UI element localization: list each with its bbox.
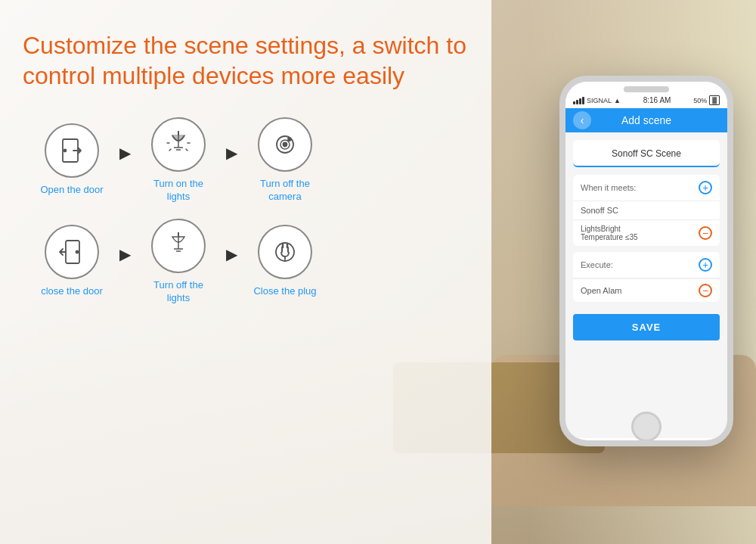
turn-off-camera-label: Turn off thecamera [260,178,310,204]
status-left: SIGNAL ▲ [573,97,621,104]
condition-item: LightsBrightTemperature ≤35 − [573,219,720,246]
turn-off-camera-icon-circle [258,117,312,172]
status-right: 50% ▓ [693,95,720,105]
execute-item: Open Alam − [573,278,720,302]
phone-mockup: SIGNAL ▲ 8:16 AM 50% ▓ ‹ Add scene [559,76,741,446]
signal-icon [573,97,584,104]
camera-icon [270,129,300,160]
execute-card: Execute: + Open Alam − [573,252,720,302]
scene-item-turn-on-lights: Turn on thelights [137,117,220,204]
svg-point-9 [288,138,291,141]
execute-label: Execute: [581,260,613,269]
scene-item-turn-off-camera: Turn off thecamera [243,117,327,204]
headline-line1: Customize the scene settings, a switch t… [23,32,466,59]
scene-item-turn-off-lights: Turn off thelights [137,219,220,305]
app-header: ‹ Add scene [565,108,727,132]
door-enter-icon [57,135,87,166]
close-plug-label: Close the plug [253,285,316,298]
wifi-icon: ▲ [614,97,621,104]
headline: Customize the scene settings, a switch t… [23,30,469,91]
execute-header: Execute: + [573,252,720,278]
condition-remove-button[interactable]: − [699,226,712,240]
svg-point-11 [76,251,79,253]
ceiling-light-off-icon [163,231,194,261]
execute-remove-button[interactable]: − [699,284,712,297]
back-icon: ‹ [581,114,584,126]
when-meets-value: Sonoff SC [573,201,720,219]
home-button[interactable] [631,412,662,442]
scene-item-close-plug: Close the plug [243,225,327,298]
turn-on-lights-label: Turn on thelights [153,178,203,204]
app-content: Sonoff SC Scene When it meets: + Sonoff … [565,132,727,438]
battery-icon: ▓ [709,95,720,105]
plug-icon [270,237,300,267]
signal-bar-3 [579,98,581,104]
signal-bar-4 [582,97,584,104]
condition-text: LightsBrightTemperature ≤35 [581,225,638,241]
when-meets-add-button[interactable]: + [699,181,712,194]
scene-name-text: Sonoff SC Scene [612,148,681,159]
svg-point-8 [284,143,287,147]
when-meets-card: When it meets: + Sonoff SC LightsBrightT… [573,175,720,246]
phone-speaker [624,86,669,92]
execute-value: Open Alam [581,286,621,295]
battery-label: 50% [693,97,707,104]
time-display: 8:16 AM [643,96,671,104]
svg-point-1 [64,150,67,152]
signal-bar-2 [576,100,578,104]
close-door-label: close the door [41,285,103,298]
app-title: Add scene [621,114,671,126]
headline-line2: control multiple devices more easily [23,62,404,89]
scene-diagram: Open the door ▶ Turn on t [30,117,469,305]
phone-body: SIGNAL ▲ 8:16 AM 50% ▓ ‹ Add scene [559,76,733,446]
open-door-label: Open the door [40,184,103,197]
arrow-2a: ▶ [119,245,131,263]
when-meets-label: When it meets: [581,183,636,192]
open-door-icon-circle [45,123,99,178]
ceiling-light-on-icon [163,129,194,160]
main-content: Customize the scene settings, a switch t… [0,0,491,544]
arrow-1b: ▶ [226,144,237,162]
close-door-icon-circle [45,225,99,279]
arrow-1a: ▶ [119,144,131,162]
turn-off-lights-label: Turn off thelights [153,279,203,305]
scene-item-close-door: close the door [30,225,113,298]
execute-add-button[interactable]: + [699,258,712,272]
phone-screen: SIGNAL ▲ 8:16 AM 50% ▓ ‹ Add scene [565,82,727,440]
when-meets-header: When it meets: + [573,175,720,201]
scene-row-1: Open the door ▶ Turn on t [30,117,469,204]
close-plug-icon-circle [258,225,312,279]
save-button[interactable]: SAVE [573,314,720,340]
arrow-2b: ▶ [226,245,237,263]
door-exit-icon [57,237,87,267]
back-button[interactable]: ‹ [573,111,591,129]
scene-name-field[interactable]: Sonoff SC Scene [573,140,720,167]
scene-item-open-door: Open the door [30,123,113,197]
signal-bar-1 [573,101,575,104]
turn-off-lights-icon-circle [151,219,206,273]
turn-on-lights-icon-circle [151,117,206,172]
carrier-label: SIGNAL [587,97,612,104]
scene-row-2: close the door ▶ Turn off thelights [30,219,469,305]
